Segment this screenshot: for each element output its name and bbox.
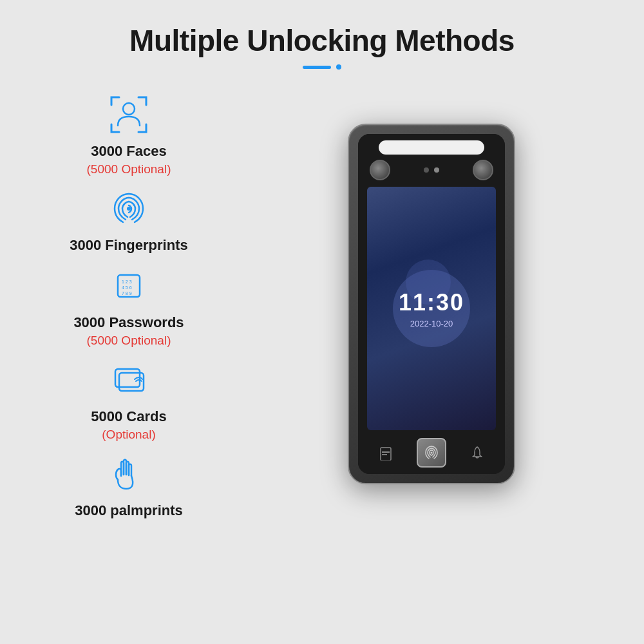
feature-palmprints: 3000 palmprints (75, 448, 183, 519)
camera-row (366, 160, 497, 180)
password-icon: 1 2 3 4 5 6 7 8 9 (103, 260, 155, 312)
feature-passwords: 1 2 3 4 5 6 7 8 9 3000 Passwords (5000 O… (73, 260, 184, 348)
palm-icon (103, 448, 155, 500)
device-screen: 11:30 2022-10-20 (367, 187, 497, 430)
card-bottom-icon (377, 444, 394, 461)
svg-rect-10 (382, 454, 387, 455)
faces-optional: (5000 Optional) (87, 162, 171, 176)
device-bottom (358, 433, 505, 474)
device-inner: 11:30 2022-10-20 (358, 134, 505, 474)
device-container: 11:30 2022-10-20 (245, 124, 618, 484)
bell-icon (469, 444, 486, 461)
title-decoration (303, 64, 341, 70)
sensor-dot-2 (434, 167, 439, 173)
features-panel: 3000 Faces (5000 Optional) (26, 89, 232, 519)
sensor-dot-1 (424, 167, 429, 173)
page-container: Multiple Unlocking Methods (0, 0, 644, 644)
fingerprints-label: 3000 Fingerprints (70, 237, 187, 254)
faces-label: 3000 Faces (91, 143, 166, 160)
svg-text:7 8 9: 7 8 9 (122, 291, 132, 296)
white-strip (379, 140, 484, 155)
screen-time: 11:30 (399, 289, 464, 316)
feature-faces: 3000 Faces (5000 Optional) (87, 89, 171, 176)
device-body: 11:30 2022-10-20 (348, 124, 515, 484)
cards-label: 5000 Cards (91, 408, 166, 425)
device-top-bar (358, 134, 505, 184)
face-icon (103, 89, 155, 140)
page-title: Multiple Unlocking Methods (129, 23, 515, 58)
svg-point-11 (430, 452, 432, 454)
svg-text:1 2 3: 1 2 3 (122, 279, 132, 284)
svg-point-1 (127, 207, 131, 211)
dot-line (303, 66, 331, 69)
fingerprint-sensor-btn[interactable] (417, 438, 446, 468)
feature-fingerprints: 3000 Fingerprints (70, 183, 187, 254)
cards-optional: (Optional) (102, 428, 155, 442)
camera-lens-right (473, 160, 493, 180)
camera-lens-left (370, 160, 390, 180)
screen-date: 2022-10-20 (410, 319, 453, 328)
card-icon (103, 354, 155, 406)
content-area: 3000 Faces (5000 Optional) (0, 89, 644, 519)
svg-rect-9 (382, 451, 390, 453)
dot-circle (336, 64, 341, 70)
feature-cards: 5000 Cards (Optional) (91, 354, 166, 442)
svg-point-0 (123, 103, 135, 115)
sensor-dots (424, 167, 439, 173)
passwords-optional: (5000 Optional) (87, 334, 171, 348)
svg-text:4 5 6: 4 5 6 (122, 285, 132, 290)
passwords-label: 3000 Passwords (73, 314, 184, 331)
palmprints-label: 3000 palmprints (75, 502, 183, 519)
fingerprint-icon (103, 183, 155, 234)
